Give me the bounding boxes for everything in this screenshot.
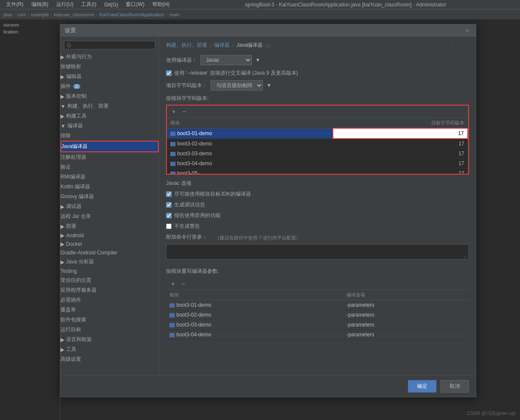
arrow-icon: ▶ bbox=[60, 204, 64, 210]
javac-option-checkbox[interactable] bbox=[166, 224, 172, 229]
path-sep1: › bbox=[14, 12, 15, 17]
arrow-icon: ▶ bbox=[60, 233, 64, 239]
override-row[interactable]: boot3-05-...-parameters bbox=[166, 340, 469, 342]
bytecode-select[interactable]: 与语言级别相同 bbox=[211, 80, 263, 91]
module-row[interactable]: boot3-01-demo17 bbox=[167, 128, 468, 139]
path-example[interactable]: example bbox=[31, 12, 49, 17]
path-kaiyuan[interactable]: kaiyuan_classroom bbox=[54, 12, 94, 17]
nav-appserver[interactable]: 应用程序服务器 bbox=[60, 285, 159, 295]
path-class[interactable]: KaiYuanClassRoomApplication bbox=[99, 12, 164, 17]
nav-label: 高级设置 bbox=[60, 356, 81, 363]
nav-build-deploy[interactable]: ▼ 构建、执行、部署 bbox=[60, 101, 159, 111]
close-button[interactable]: × bbox=[463, 26, 472, 35]
module-row[interactable]: boot3-04-demo17 bbox=[167, 159, 468, 169]
back-button[interactable]: ← bbox=[448, 42, 458, 49]
nav-advanced[interactable]: 高级设置 bbox=[60, 354, 159, 364]
module-name-cell: boot3-01-demo bbox=[167, 128, 333, 139]
nav-coverage[interactable]: 覆盖率 bbox=[60, 305, 159, 315]
nav-appearance[interactable]: ▶ 外观与行为 bbox=[60, 52, 159, 62]
nav-kotlin[interactable]: Kotlin 编译器 bbox=[60, 182, 159, 192]
menu-tools[interactable]: 工具(I) bbox=[78, 0, 100, 9]
nav-tools[interactable]: ▶ 工具 bbox=[60, 344, 159, 354]
module-row[interactable]: boot3-05-...17 bbox=[167, 169, 468, 174]
search-input[interactable] bbox=[64, 41, 155, 49]
compiler-select[interactable]: Javac bbox=[200, 55, 252, 65]
nav-keymap[interactable]: 按键映射 bbox=[60, 62, 159, 72]
nav-docker[interactable]: ▶ Docker bbox=[60, 240, 159, 248]
add-override-button[interactable]: + bbox=[169, 279, 177, 288]
javac-option-checkbox[interactable] bbox=[166, 191, 172, 197]
add-module-button[interactable]: + bbox=[169, 107, 178, 116]
override-row[interactable]: boot3-01-demo-parameters bbox=[166, 300, 469, 310]
forward-button[interactable]: → bbox=[460, 42, 469, 49]
nav-android[interactable]: ▶ Android bbox=[60, 231, 159, 240]
menu-run[interactable]: 运行(U) bbox=[53, 0, 77, 9]
javac-section-title: Javac 选项 bbox=[166, 180, 469, 187]
nav-vcs[interactable]: ▶ 版本控制 bbox=[60, 91, 159, 101]
override-row[interactable]: boot3-04-demo-parameters bbox=[166, 330, 469, 340]
module-row[interactable]: boot3-03-demo17 bbox=[167, 149, 468, 159]
confirm-button[interactable]: 确定 bbox=[408, 380, 436, 393]
nav-label: Groovy 编译器 bbox=[60, 193, 94, 200]
nav-remote-jar[interactable]: 远程 Jar 仓库 bbox=[60, 212, 159, 221]
nav-editor[interactable]: ▶ 编辑器 bbox=[60, 72, 159, 82]
nav-gradle-android[interactable]: Gradle-Android Compiler bbox=[60, 248, 159, 257]
nav-java-profiler[interactable]: ▶ Java 分析器 bbox=[60, 257, 159, 267]
override-module-icon bbox=[169, 303, 175, 308]
nav-label: Testing bbox=[60, 268, 77, 274]
override-options-cell: -parameters bbox=[343, 340, 469, 342]
release-checkbox[interactable] bbox=[166, 70, 172, 76]
release-label: 使用 '--release' 选项进行交叉编译 (Java 9 及更高版本) bbox=[174, 69, 298, 77]
nav-groovy[interactable]: Groovy 编译器 bbox=[60, 192, 159, 202]
override-row[interactable]: boot3-03-demo-parameters bbox=[166, 320, 469, 330]
javac-option-checkbox[interactable] bbox=[166, 202, 172, 208]
nav-deploy[interactable]: ▶ 部署 bbox=[60, 221, 159, 231]
breadcrumb-build[interactable]: 构建、执行、部署 bbox=[166, 42, 207, 49]
module-name-cell: boot3-02-demo bbox=[167, 139, 333, 149]
remove-override-button[interactable]: − bbox=[179, 279, 187, 288]
dialog-nav: ▶ 外观与行为 按键映射 ▶ 编辑器 插件 2 ▶ bbox=[60, 36, 159, 375]
menu-git[interactable]: Git(G) bbox=[101, 1, 122, 9]
breadcrumb-sep2: › bbox=[232, 42, 234, 48]
nav-validation[interactable]: 验证 bbox=[60, 162, 159, 172]
menu-window[interactable]: 窗口(W) bbox=[122, 0, 148, 9]
menu-edit[interactable]: 编辑(B) bbox=[28, 0, 52, 9]
nav-label: Java编译器 bbox=[61, 143, 88, 150]
path-main[interactable]: main bbox=[169, 12, 180, 17]
arrow-icon: ▶ bbox=[60, 347, 64, 353]
menu-help[interactable]: 帮助(H) bbox=[149, 0, 173, 9]
javac-option-checkbox[interactable] bbox=[166, 213, 172, 218]
remove-module-button[interactable]: − bbox=[180, 107, 188, 116]
arrow-icon: ▶ bbox=[60, 337, 64, 343]
nav-language-framework[interactable]: ▶ 语言和框架 bbox=[60, 335, 159, 344]
nav-build-tools[interactable]: ▶ 构建工具 bbox=[60, 111, 159, 121]
search-box bbox=[60, 38, 159, 52]
nav-rmi[interactable]: RMI编译器 bbox=[60, 172, 159, 182]
menu-file[interactable]: 文件(R) bbox=[3, 0, 27, 9]
override-module-cell: boot3-04-demo bbox=[166, 330, 343, 340]
nav-java-compiler[interactable]: Java编译器 bbox=[60, 141, 159, 152]
path-java[interactable]: java bbox=[3, 12, 12, 17]
nav-plugins[interactable]: 插件 2 bbox=[60, 82, 159, 91]
additional-input[interactable] bbox=[166, 244, 469, 260]
module-row[interactable]: boot3-02-demo17 bbox=[167, 139, 468, 149]
path-com[interactable]: com bbox=[17, 12, 26, 17]
nav-required-plugins[interactable]: 必需插件 bbox=[60, 295, 159, 305]
override-row[interactable]: boot3-02-demo-parameters bbox=[166, 310, 469, 320]
nav-testing[interactable]: Testing bbox=[60, 267, 159, 275]
nav-run-target[interactable]: 运行目标 bbox=[60, 325, 159, 335]
breadcrumb-java-compiler: Java编译器 bbox=[236, 42, 263, 49]
expand-icon[interactable]: ⤢ bbox=[464, 254, 467, 259]
nav-pkg-search[interactable]: 软件包搜索 bbox=[60, 315, 159, 325]
nav-compiler[interactable]: ▼ 编译器 bbox=[60, 121, 159, 131]
breadcrumb-compiler[interactable]: 编译器 bbox=[214, 42, 230, 49]
bytecode-row: 项目字节码版本： 与语言级别相同 ▼ bbox=[166, 80, 469, 91]
nav-debugger[interactable]: ▶ 调试器 bbox=[60, 202, 159, 212]
cancel-button[interactable]: 取消 bbox=[441, 380, 469, 393]
dialog-titlebar: 设置 × bbox=[60, 24, 476, 36]
nav-annotation[interactable]: 注解处理器 bbox=[60, 152, 159, 162]
nav-exclude[interactable]: 排除 bbox=[60, 131, 159, 141]
nav-trusted[interactable]: 受信任的位置 bbox=[60, 275, 159, 285]
plugins-badge: 2 bbox=[73, 84, 80, 89]
override-module-cell: boot3-03-demo bbox=[166, 320, 343, 330]
